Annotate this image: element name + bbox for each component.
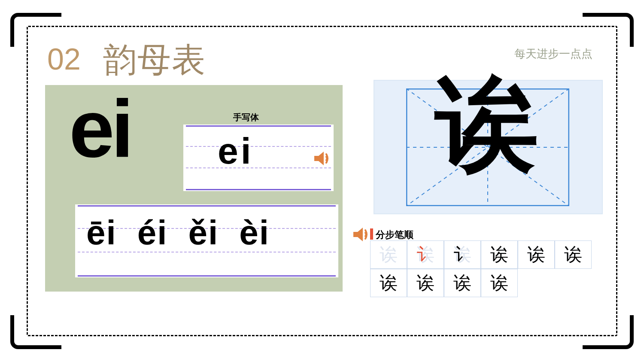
writing-box-tones: ēi éi ěi èi (75, 204, 338, 277)
stroke-cell: 诶 (444, 269, 481, 297)
handwriting-sample: ei (218, 130, 254, 172)
stroke-cell: 诶诶 (481, 240, 518, 269)
stroke-cell: 诶 (370, 269, 407, 297)
tone-1: ēi (86, 213, 117, 252)
tone-4: èi (239, 213, 270, 252)
stroke-cell: 诶 (407, 269, 444, 297)
character-glyph: 诶 (384, 73, 590, 176)
slide: 02 韵母表 每天进步一点点 ei 手写体 ei ēi éi ěi èi (0, 0, 644, 362)
tone-3: ěi (188, 213, 219, 252)
stroke-cell: 诶讠 (407, 240, 444, 269)
stroke-steps: 诶 诶讠 诶讠 诶诶 诶诶 诶诶 诶 诶 诶 诶 (370, 240, 602, 297)
pinyin-panel: ei 手写体 ei ēi éi ěi èi (45, 85, 343, 292)
section-number: 02 (47, 42, 81, 76)
stroke-cell: 诶 (370, 240, 407, 269)
stroke-cell: 诶讠 (444, 240, 481, 269)
stroke-cell: 诶诶 (555, 240, 592, 269)
writing-box-small: ei (183, 125, 334, 191)
section-title: 韵母表 (103, 38, 206, 83)
stroke-label: 分步笔顺 (376, 228, 413, 241)
motto-text: 每天进步一点点 (514, 46, 592, 61)
tone-row: ēi éi ěi èi (86, 213, 334, 252)
speaker-icon[interactable] (312, 148, 332, 169)
stroke-cell: 诶 (481, 269, 518, 297)
stroke-cell: 诶诶 (518, 240, 555, 269)
handwriting-label: 手写体 (233, 112, 259, 123)
speaker-icon[interactable] (351, 224, 371, 245)
pinyin-main: ei (69, 88, 130, 169)
tone-2: éi (137, 213, 168, 252)
stroke-label-bar (370, 228, 373, 240)
